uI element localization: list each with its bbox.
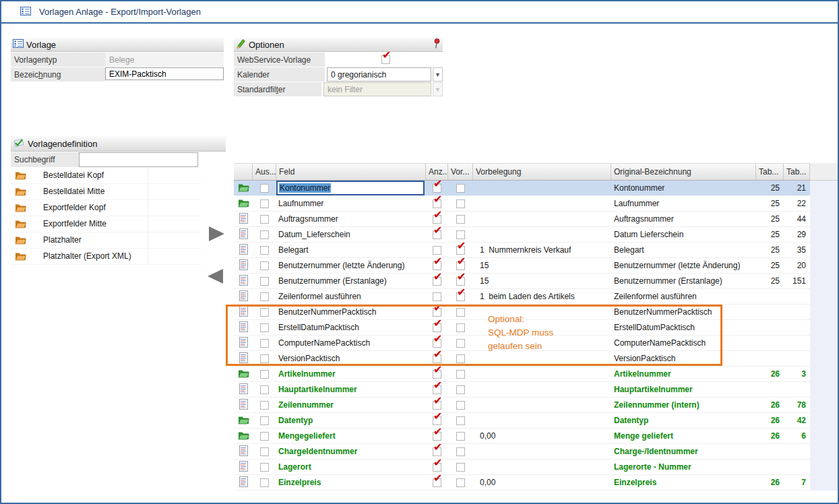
column-header[interactable]: Feld (276, 164, 426, 180)
tree-item[interactable]: Bestelldatei Mitte (11, 184, 202, 200)
anzeigen-checkbox[interactable]: ✔ (433, 416, 441, 425)
vorbelegung-checkbox[interactable] (456, 339, 465, 348)
kalender-dropdown-arrow-icon[interactable]: ▼ (433, 67, 443, 82)
table-row[interactable]: Mengegeliefert✔0,00Menge geliefert266 (234, 429, 810, 444)
vorbelegung-checkbox[interactable]: ✔ (456, 261, 465, 270)
column-header[interactable]: Original-Bezeichnung (611, 164, 756, 180)
anzeigen-checkbox[interactable]: ✔ (433, 230, 441, 239)
column-header[interactable] (234, 164, 253, 180)
anzeigen-checkbox[interactable]: ✔ (433, 261, 441, 270)
table-row[interactable]: Zeilennummer✔Zeilennummer (intern)2678 (234, 398, 810, 413)
table-row[interactable]: Zeilenformel ausführen✔1 beim Laden des … (234, 289, 810, 305)
vorbelegung-checkbox[interactable]: ✔ (456, 246, 465, 255)
table-row[interactable]: Kontonummer✔Kontonummer2521 (234, 181, 810, 196)
anzeigen-checkbox[interactable]: ✔ (433, 447, 441, 456)
aus-checkbox[interactable] (260, 199, 269, 208)
aus-checkbox[interactable] (260, 277, 269, 286)
tree-item[interactable]: Exportfelder Kopf (11, 200, 202, 216)
pin-icon[interactable] (433, 38, 441, 51)
vorbelegung-checkbox[interactable] (456, 215, 465, 224)
aus-checkbox[interactable] (260, 308, 269, 317)
anzeigen-checkbox[interactable]: ✔ (433, 339, 441, 348)
column-header[interactable]: Vor... (448, 164, 473, 180)
anzeigen-checkbox[interactable]: ✔ (433, 478, 441, 487)
table-row[interactable]: Datentyp✔Datentyp2642 (234, 413, 810, 429)
table-row[interactable]: Datum_Lieferschein✔Datum Lieferschein252… (234, 227, 810, 243)
anzeigen-checkbox[interactable]: ✔ (433, 370, 441, 379)
anzeigen-checkbox[interactable]: ✔ (433, 401, 441, 410)
aus-checkbox[interactable] (260, 370, 269, 379)
inline-edit-input[interactable]: Kontonummer (276, 181, 425, 195)
move-left-arrow-button[interactable] (208, 269, 223, 284)
webservice-checkbox[interactable]: ✔ (381, 55, 390, 64)
aus-checkbox[interactable] (260, 385, 269, 394)
aus-checkbox[interactable] (260, 463, 269, 472)
move-right-arrow-button[interactable] (209, 226, 224, 241)
table-row[interactable]: Lagerort✔Lagerorte - Nummer (234, 460, 810, 475)
column-header[interactable]: Vorbelegung (473, 164, 611, 180)
vorbelegung-checkbox[interactable] (456, 199, 465, 208)
anzeigen-checkbox[interactable]: ✔ (433, 354, 441, 363)
table-row[interactable]: Benutzernummer (letzte Änderung)✔✔15Benu… (234, 258, 810, 274)
anzeigen-checkbox[interactable]: ✔ (433, 277, 441, 286)
vorbelegung-checkbox[interactable] (456, 308, 465, 317)
column-header[interactable]: Aus... (253, 164, 276, 180)
column-header[interactable]: Tab... (784, 164, 810, 180)
anzeigen-checkbox[interactable]: ✔ (433, 308, 441, 317)
tree-item[interactable]: Platzhalter (11, 232, 202, 249)
table-row[interactable]: Benutzernummer (Erstanlage)✔✔15Benutzern… (234, 274, 810, 289)
anzeigen-checkbox[interactable]: ✔ (433, 385, 441, 394)
aus-checkbox[interactable] (260, 323, 269, 332)
tree-item[interactable]: Bestelldatei Kopf (11, 168, 202, 184)
table-row[interactable]: Einzelpreis✔0,00Einzelpreis267 (234, 475, 810, 491)
vorbelegung-checkbox[interactable]: ✔ (456, 277, 465, 286)
anzeigen-checkbox[interactable]: ✔ (433, 184, 441, 193)
anzeigen-checkbox[interactable] (433, 292, 441, 301)
anzeigen-checkbox[interactable] (433, 246, 441, 255)
aus-checkbox[interactable] (260, 478, 269, 487)
vorbelegung-checkbox[interactable] (456, 385, 465, 394)
table-row[interactable]: Artikelnummer✔Artikelnummer263 (234, 367, 810, 382)
suchbegriff-input[interactable] (79, 152, 198, 167)
aus-checkbox[interactable] (260, 432, 269, 441)
bezeichnung-input[interactable] (105, 67, 224, 80)
vorbelegung-checkbox[interactable] (456, 432, 465, 441)
table-row[interactable]: Belegart✔1 Nummernkreis VerkaufBelegart2… (234, 243, 810, 258)
aus-checkbox[interactable] (260, 246, 269, 255)
aus-checkbox[interactable] (260, 261, 269, 270)
aus-checkbox[interactable] (260, 230, 269, 239)
aus-checkbox[interactable] (260, 354, 269, 363)
vorbelegung-checkbox[interactable] (456, 401, 465, 410)
table-row[interactable]: VersionPacktisch✔VersionPacktisch (234, 351, 810, 367)
aus-checkbox[interactable] (260, 401, 269, 410)
anzeigen-checkbox[interactable]: ✔ (433, 215, 441, 224)
vorbelegung-checkbox[interactable] (456, 230, 465, 239)
table-row[interactable]: Hauptartikelnummer✔Hauptartikelnummer (234, 382, 810, 398)
tree-item[interactable]: Platzhalter (Export XML) (11, 249, 202, 265)
aus-checkbox[interactable] (260, 447, 269, 456)
vorbelegung-checkbox[interactable] (456, 478, 465, 487)
aus-checkbox[interactable] (260, 184, 269, 193)
vorbelegung-checkbox[interactable] (456, 370, 465, 379)
anzeigen-checkbox[interactable]: ✔ (433, 463, 441, 472)
aus-checkbox[interactable] (260, 215, 269, 224)
vorbelegung-checkbox[interactable] (456, 416, 465, 425)
aus-checkbox[interactable] (260, 292, 269, 301)
vorbelegung-checkbox[interactable] (456, 323, 465, 332)
table-row[interactable]: ChargeIdentnummer✔Charge-/Identnummer (234, 444, 810, 460)
anzeigen-checkbox[interactable]: ✔ (433, 323, 441, 332)
table-row[interactable]: Auftragsnummer✔Auftragsnummer2544 (234, 212, 810, 227)
vorbelegung-checkbox[interactable] (456, 463, 465, 472)
kalender-dropdown[interactable]: 0 gregorianisch (327, 67, 431, 82)
vorbelegung-checkbox[interactable] (456, 184, 465, 193)
vorbelegung-checkbox[interactable] (456, 354, 465, 363)
column-header[interactable]: Tab... (756, 164, 784, 180)
table-row[interactable]: Laufnummer✔Laufnummer2522 (234, 196, 810, 212)
vorbelegung-checkbox[interactable]: ✔ (456, 292, 465, 301)
aus-checkbox[interactable] (260, 339, 269, 348)
vorbelegung-checkbox[interactable] (456, 447, 465, 456)
anzeigen-checkbox[interactable]: ✔ (433, 199, 441, 208)
tree-item[interactable]: Exportfelder Mitte (11, 216, 202, 232)
aus-checkbox[interactable] (260, 416, 269, 425)
anzeigen-checkbox[interactable]: ✔ (433, 432, 441, 441)
